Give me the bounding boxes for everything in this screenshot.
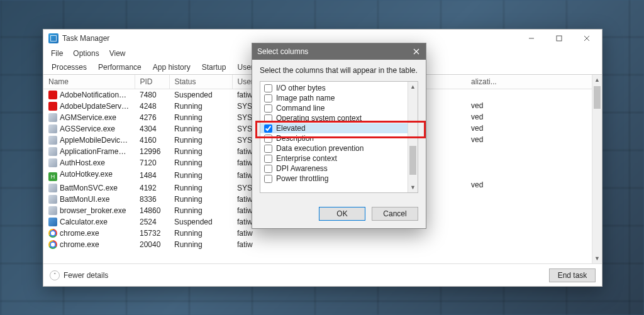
- process-icon: [48, 206, 57, 215]
- ok-button[interactable]: OK: [319, 207, 365, 221]
- tab-app-history[interactable]: App history: [147, 60, 196, 74]
- svg-rect-1: [557, 36, 562, 41]
- column-option[interactable]: I/O other bytes: [260, 83, 408, 93]
- column-checkbox[interactable]: [264, 84, 272, 92]
- process-pid: 4160: [135, 135, 169, 146]
- column-option[interactable]: Operating system context: [260, 113, 408, 123]
- column-option-label: I/O other bytes: [276, 84, 326, 92]
- scroll-thumb[interactable]: [594, 86, 601, 109]
- process-name: BattMonSVC.exe: [60, 184, 118, 192]
- process-pid: 15732: [135, 228, 169, 239]
- column-checkbox[interactable]: [264, 114, 272, 123]
- column-checkbox[interactable]: [264, 155, 272, 163]
- col-header-name[interactable]: Name: [43, 75, 135, 89]
- column-checkbox[interactable]: [264, 94, 272, 102]
- tab-startup[interactable]: Startup: [196, 60, 232, 74]
- process-status: Running: [169, 194, 232, 205]
- column-option-label: Command line: [276, 104, 325, 113]
- menu-view[interactable]: View: [106, 48, 130, 58]
- process-icon: [48, 218, 57, 226]
- process-pid: 4248: [135, 101, 169, 112]
- tab-performance[interactable]: Performance: [92, 60, 147, 74]
- partial-column-header: alizati...: [471, 77, 497, 86]
- menu-file[interactable]: File: [47, 48, 67, 58]
- end-task-button[interactable]: End task: [549, 268, 596, 282]
- column-option[interactable]: Image path name: [260, 93, 408, 103]
- process-status: Running: [169, 205, 232, 216]
- menu-options[interactable]: Options: [69, 48, 103, 58]
- dialog-instruction: Select the columns that will appear in t…: [260, 66, 418, 75]
- scroll-up-icon[interactable]: ▲: [408, 82, 418, 92]
- column-option-label: Description: [276, 134, 314, 143]
- cancel-button[interactable]: Cancel: [372, 207, 418, 221]
- column-option[interactable]: Description: [260, 133, 408, 143]
- column-option[interactable]: Enterprise context: [260, 153, 408, 163]
- process-status: Running: [169, 169, 232, 182]
- process-name: AuthHost.exe: [60, 158, 105, 167]
- process-pid: 20040: [135, 239, 169, 250]
- columns-scrollbar[interactable]: ▲ ▼: [408, 82, 418, 192]
- process-icon: [48, 184, 57, 192]
- minimize-button[interactable]: [518, 30, 545, 47]
- process-icon: [48, 240, 57, 249]
- column-checkbox[interactable]: [264, 145, 272, 153]
- tab-processes[interactable]: Processes: [46, 60, 92, 74]
- process-status: Running: [169, 228, 232, 239]
- column-checkbox[interactable]: [264, 135, 272, 143]
- dialog-titlebar[interactable]: Select columns: [252, 43, 426, 60]
- column-checkbox[interactable]: [264, 175, 272, 183]
- column-option[interactable]: Command line: [260, 103, 408, 113]
- partial-cell: ved: [471, 113, 483, 121]
- process-status: Running: [169, 112, 232, 123]
- columns-listbox[interactable]: I/O other bytesImage path nameCommand li…: [260, 81, 418, 193]
- process-pid: 4304: [135, 123, 169, 135]
- window-title: Task Manager: [62, 34, 518, 43]
- column-option-label: Elevated: [276, 124, 306, 133]
- process-icon: [48, 124, 57, 133]
- table-row[interactable]: chrome.exe15732Runningfatiw: [43, 228, 602, 239]
- process-pid: 4192: [135, 182, 169, 194]
- process-icon: [48, 136, 57, 145]
- column-option[interactable]: Power throttling: [260, 174, 408, 184]
- column-checkbox[interactable]: [264, 165, 272, 173]
- process-name: Calculator.exe: [60, 218, 108, 226]
- process-name: AdobeNotificationCli...: [60, 91, 134, 99]
- column-option-label: Data execution prevention: [276, 144, 364, 153]
- column-option[interactable]: Data execution prevention: [260, 143, 408, 153]
- process-icon: [48, 195, 57, 204]
- process-name: ApplicationFrameHo...: [60, 147, 135, 156]
- column-option[interactable]: DPI Awareness: [260, 163, 408, 174]
- scroll-up-icon[interactable]: ▲: [592, 75, 602, 85]
- scroll-down-icon[interactable]: ▼: [408, 182, 418, 192]
- col-header-status[interactable]: Status: [169, 75, 232, 89]
- process-name: chrome.exe: [60, 229, 99, 238]
- col-header-pid[interactable]: PID: [135, 75, 169, 89]
- dialog-close-button[interactable]: [407, 43, 426, 60]
- column-option-label: Power throttling: [276, 174, 328, 183]
- column-checkbox[interactable]: [264, 104, 272, 113]
- process-name: AGMService.exe: [60, 113, 116, 122]
- process-name: AutoHotkey.exe: [60, 170, 113, 179]
- app-icon: [48, 33, 58, 43]
- scroll-down-icon[interactable]: ▼: [592, 253, 602, 263]
- scroll-thumb[interactable]: [409, 146, 416, 175]
- process-icon: [48, 113, 57, 122]
- fewer-details-toggle[interactable]: ˄ Fewer details: [50, 270, 108, 280]
- process-pid: 12996: [135, 146, 169, 157]
- process-pid: 1484: [135, 169, 169, 182]
- process-status: Running: [169, 239, 232, 250]
- column-option-label: Image path name: [276, 94, 335, 102]
- process-status: Running: [169, 146, 232, 157]
- column-checkbox[interactable]: [264, 124, 272, 133]
- table-row[interactable]: chrome.exe20040Runningfatiw: [43, 239, 602, 250]
- process-icon: [48, 102, 57, 111]
- column-option-label: Operating system context: [276, 114, 362, 123]
- close-button[interactable]: [573, 30, 601, 47]
- process-status: Suspended: [169, 216, 232, 228]
- maximize-button[interactable]: [545, 30, 573, 47]
- partial-cell: ved: [471, 124, 483, 133]
- process-icon: [48, 229, 57, 238]
- column-option[interactable]: Elevated: [260, 123, 408, 133]
- process-icon: [48, 91, 57, 99]
- grid-scrollbar[interactable]: ▲ ▼: [592, 75, 602, 263]
